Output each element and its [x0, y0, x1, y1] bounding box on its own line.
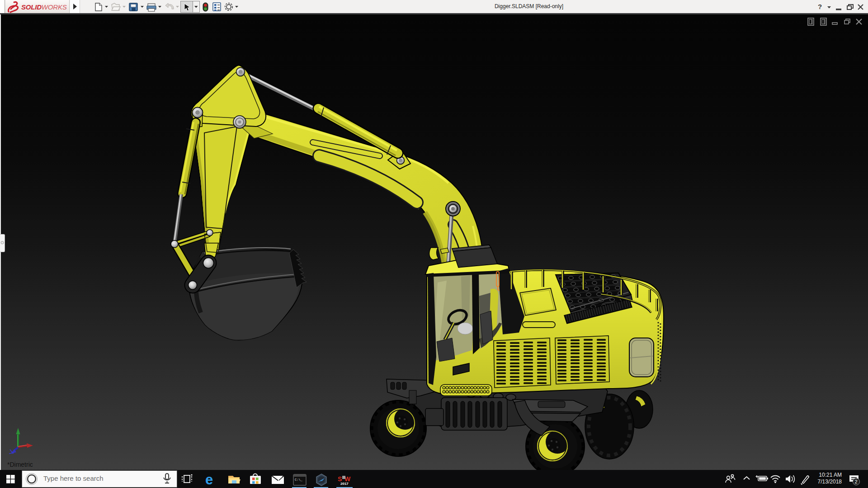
svg-text:?: ? [818, 3, 822, 10]
svg-text:2: 2 [855, 479, 858, 484]
svg-text:2017: 2017 [340, 482, 349, 486]
svg-text:C:\_: C:\_ [295, 478, 303, 482]
svg-text:SOLIDWORKS: SOLIDWORKS [21, 3, 67, 11]
svg-text:e: e [205, 472, 213, 488]
